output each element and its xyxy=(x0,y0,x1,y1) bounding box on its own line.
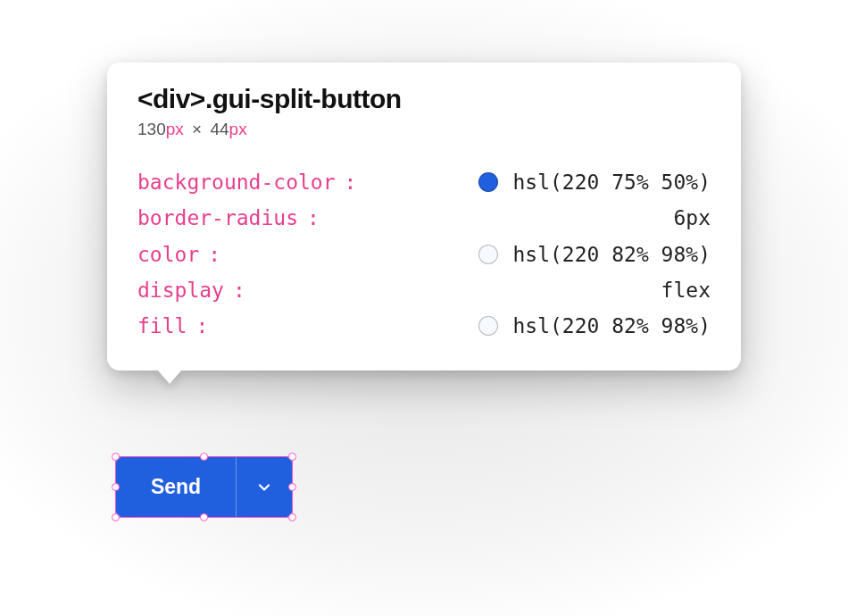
height-value: 44 xyxy=(210,120,229,138)
width-value: 130 xyxy=(137,120,166,138)
split-button[interactable]: Send xyxy=(116,457,292,517)
css-property-row: display:flex xyxy=(137,272,711,308)
colon: : xyxy=(195,308,208,344)
css-property-name: background-color xyxy=(137,164,336,200)
color-swatch xyxy=(478,172,498,192)
css-properties: background-color:hsl(220 75% 50%)border-… xyxy=(137,164,711,344)
element-dimensions: 130px × 44px xyxy=(137,120,711,139)
chevron-down-icon xyxy=(255,479,273,496)
css-property-row: border-radius:6px xyxy=(137,200,711,236)
css-property-name: border-radius xyxy=(137,200,298,236)
css-property-value: hsl(220 75% 50%) xyxy=(512,164,711,200)
css-property-value: flex xyxy=(661,272,711,308)
send-button-label: Send xyxy=(151,475,201,499)
css-property-value: hsl(220 82% 98%) xyxy=(512,308,711,344)
colon: : xyxy=(345,164,357,200)
inspect-tooltip: <div>.gui-split-button 130px × 44px back… xyxy=(107,62,741,370)
element-selector: <div>.gui-split-button xyxy=(137,84,711,114)
height-unit: px xyxy=(229,120,247,138)
css-property-name: fill xyxy=(137,308,187,344)
colon: : xyxy=(233,272,245,308)
colon: : xyxy=(208,237,220,272)
color-swatch xyxy=(478,316,498,336)
css-property-row: color:hsl(220 82% 98%) xyxy=(137,237,711,272)
split-button-toggle[interactable] xyxy=(237,457,292,517)
css-property-value: hsl(220 82% 98%) xyxy=(512,237,711,272)
colon: : xyxy=(307,200,320,236)
css-property-row: fill:hsl(220 82% 98%) xyxy=(137,308,711,344)
canvas: <div>.gui-split-button 130px × 44px back… xyxy=(0,0,848,616)
color-swatch xyxy=(478,245,498,264)
css-property-name: color xyxy=(137,237,199,272)
css-property-row: background-color:hsl(220 75% 50%) xyxy=(137,164,711,200)
selection-wrapper: Send xyxy=(116,457,292,517)
css-property-value: 6px xyxy=(673,200,711,236)
css-property-name: display xyxy=(137,272,224,308)
dimension-times: × xyxy=(192,120,202,138)
send-button[interactable]: Send xyxy=(116,457,237,517)
width-unit: px xyxy=(166,120,184,138)
